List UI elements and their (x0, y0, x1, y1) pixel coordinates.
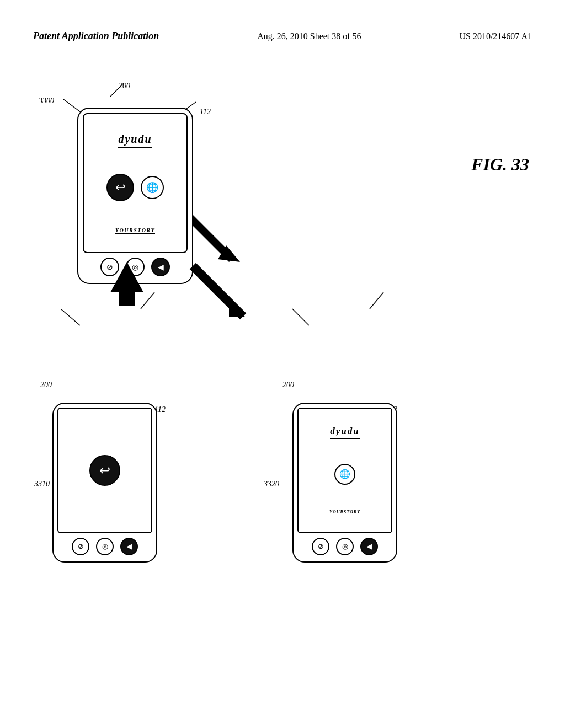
device-br-bottom-bar: ⊘ ◎ ◀ (297, 533, 392, 558)
device-bottom-right: dyudu 🌐 YOURSTORY ⊘ ◎ ◀ (292, 403, 397, 563)
device-top: dyudu ↩ 🌐 YOURSTORY ⊘ ◎ ◀ (77, 108, 193, 284)
btn-back-br[interactable]: ◀ (360, 538, 378, 555)
svg-marker-17 (229, 303, 246, 317)
device-top-frame: dyudu ↩ 🌐 YOURSTORY ⊘ ◎ ◀ (77, 108, 193, 284)
device-bl-frame: ↩ ⊘ ◎ ◀ (52, 403, 157, 563)
svg-line-4 (141, 292, 154, 309)
yourstory-br: YOURSTORY (329, 510, 360, 515)
device-br-frame: dyudu 🌐 YOURSTORY ⊘ ◎ ◀ (292, 403, 397, 563)
label-3320: 3320 (264, 480, 279, 489)
btn-music-top[interactable]: ◎ (126, 258, 145, 276)
device-bl-bottom-bar: ⊘ ◎ ◀ (57, 533, 152, 558)
label-112-top: 112 (200, 108, 211, 116)
dyudu-logo-br: dyudu (330, 426, 359, 439)
icon-row-top: ↩ 🌐 (106, 174, 164, 201)
svg-marker-13 (218, 245, 240, 262)
figure-label: FIG. 33 (471, 154, 529, 175)
device-top-screen: dyudu ↩ 🌐 YOURSTORY (83, 113, 188, 253)
icon-filled-top: ↩ (106, 174, 134, 201)
device-bottom-left: ↩ ⊘ ◎ ◀ (52, 403, 157, 563)
svg-line-6 (292, 309, 309, 325)
svg-line-12 (190, 218, 232, 259)
btn-music-br[interactable]: ◎ (336, 538, 354, 555)
svg-line-7 (370, 292, 383, 309)
label-200-bl: 200 (40, 381, 52, 389)
label-3300: 3300 (39, 97, 54, 105)
btn-back-top[interactable]: ◀ (151, 258, 170, 276)
yourstory-top: YOURSTORY (115, 227, 155, 234)
label-3310: 3310 (34, 480, 50, 489)
icon-outline-br: 🌐 (334, 464, 355, 485)
page-header: Patent Application Publication Aug. 26, … (0, 30, 565, 42)
header-publication-type: Patent Application Publication (33, 30, 159, 42)
svg-line-16 (196, 269, 240, 313)
label-200-top: 200 (119, 82, 130, 90)
header-date-sheet: Aug. 26, 2010 Sheet 38 of 56 (257, 31, 361, 41)
btn-camera-bl[interactable]: ⊘ (72, 538, 89, 555)
label-200-br: 200 (282, 381, 294, 389)
icon-outline-top: 🌐 (141, 176, 164, 199)
header-patent-number: US 2010/214607 A1 (459, 31, 532, 41)
svg-line-3 (61, 309, 80, 325)
btn-music-bl[interactable]: ◎ (96, 538, 114, 555)
device-top-bottom-bar: ⊘ ◎ ◀ (83, 253, 188, 279)
dyudu-logo-top: dyudu (118, 133, 152, 148)
device-bl-screen: ↩ (57, 408, 152, 533)
btn-camera-top[interactable]: ⊘ (100, 258, 119, 276)
icon-filled-bl: ↩ (89, 455, 120, 486)
btn-camera-br[interactable]: ⊘ (312, 538, 329, 555)
btn-back-bl[interactable]: ◀ (120, 538, 138, 555)
device-br-screen: dyudu 🌐 YOURSTORY (297, 408, 392, 533)
